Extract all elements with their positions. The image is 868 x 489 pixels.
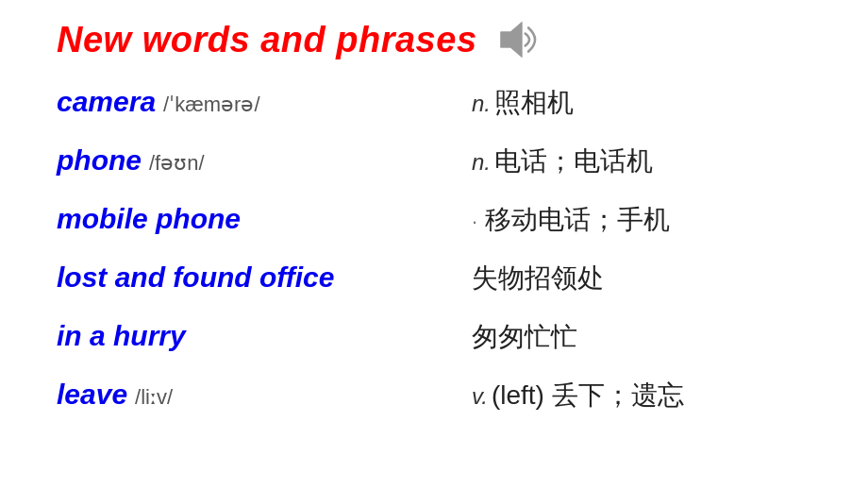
word-chinese-mobile-phone: 移动电话；手机 [485,202,670,238]
word-phonetic-leave: /liːv/ [135,385,173,410]
word-left-lost-and-found-office: lost and found office [57,261,472,294]
words-table: camera/ˈkæmərə/n. 照相机phone/fəʊn/n. 电话；电话… [57,79,830,430]
word-right-mobile-phone: ·移动电话；手机 [472,202,830,238]
word-right-in-a-hurry: 匆匆忙忙 [472,319,830,355]
word-english-leave: leave [57,379,127,411]
word-row-in-a-hurry: in a hurry匆匆忙忙 [57,313,830,372]
word-chinese-lost-and-found-office: 失物招领处 [472,261,604,296]
word-left-in-a-hurry: in a hurry [57,320,472,352]
word-left-phone: phone/fəʊn/ [57,144,472,177]
word-phonetic-phone: /fəʊn/ [149,151,205,176]
word-right-leave: v. (left) 丢下；遗忘 [472,378,830,413]
word-right-phone: n. 电话；电话机 [472,143,830,179]
word-right-camera: n. 照相机 [472,85,830,121]
word-row-phone: phone/fəʊn/n. 电话；电话机 [57,138,830,196]
word-english-phone: phone [57,144,142,177]
word-english-lost-and-found-office: lost and found office [57,261,334,294]
page: New words and phrases camera/ˈkæmərə/n. … [0,0,868,489]
word-left-leave: leave/liːv/ [57,379,472,411]
speaker-icon [492,17,542,62]
word-chinese-leave: (left) 丢下；遗忘 [492,378,684,413]
word-phonetic-camera: /ˈkæmərə/ [163,93,259,117]
title-row: New words and phrases [57,17,830,62]
page-title: New words and phrases [57,20,477,60]
word-chinese-camera: 照相机 [494,85,574,121]
word-type-leave: v. [472,383,488,410]
word-left-mobile-phone: mobile phone [57,203,472,235]
word-row-mobile-phone: mobile phone·移动电话；手机 [57,196,830,255]
svg-marker-0 [500,22,522,57]
dot-mobile-phone: · [472,210,477,234]
word-row-leave: leave/liːv/v. (left) 丢下；遗忘 [57,372,830,430]
word-chinese-phone: 电话；电话机 [494,143,653,179]
word-english-camera: camera [57,86,156,118]
word-row-camera: camera/ˈkæmərə/n. 照相机 [57,79,830,138]
word-type-phone: n. [472,149,491,176]
word-left-camera: camera/ˈkæmərə/ [57,86,472,118]
word-english-in-a-hurry: in a hurry [57,320,186,352]
word-english-mobile-phone: mobile phone [57,203,241,235]
word-chinese-in-a-hurry: 匆匆忙忙 [472,319,577,355]
word-row-lost-and-found-office: lost and found office失物招领处 [57,255,830,313]
word-right-lost-and-found-office: 失物招领处 [472,261,830,296]
word-type-camera: n. [472,91,491,117]
